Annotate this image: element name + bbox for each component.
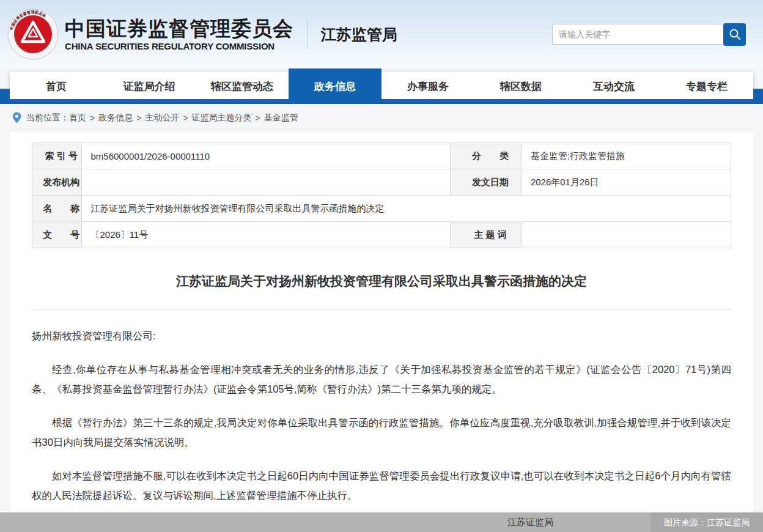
table-row: 名 称 江苏证监局关于对扬州新牧投资管理有限公司采取出具警示函措施的决定 (32, 196, 731, 222)
org-name-cn: 中国证券监督管理委员会 (65, 17, 293, 40)
nav-items: 首页 证监局介绍 辖区监管动态 政务信息 办事服务 辖区数据 互动交流 专题专栏 (10, 68, 753, 104)
article-paragraph: 根据《暂行办法》第三十三条的规定,我局决定对你单位采取出具警示函的行政监管措施。… (32, 413, 731, 452)
issue-date-value: 2026年01月26日 (522, 169, 731, 196)
content-card: 索 引 号 bm56000001/2026-00001110 分 类 基金监管;… (10, 131, 753, 532)
index-number-label: 索 引 号 (32, 143, 82, 169)
doc-number-value: 〔2026〕11号 (82, 222, 451, 248)
article-paragraph: 经查,你单位存在从事与私募基金管理相冲突或者无关的业务的情形,违反了《关于加强私… (32, 360, 731, 399)
subject-words-value (522, 222, 731, 248)
org-name-en: CHINA SECURITIES REGULATORY COMMISSION (65, 41, 293, 51)
document-name-value: 江苏证监局关于对扬州新牧投资管理有限公司采取出具警示函措施的决定 (82, 196, 731, 222)
index-number-value: bm56000001/2026-00001110 (82, 143, 451, 169)
doc-number-label: 文 号 (32, 222, 82, 248)
search-box (552, 23, 746, 46)
search-button[interactable] (723, 23, 746, 46)
document-meta-table: 索 引 号 bm56000001/2026-00001110 分 类 基金监管;… (32, 142, 731, 248)
breadcrumb-separator: > (90, 113, 95, 123)
nav-tab-interaction[interactable]: 互动交流 (567, 68, 660, 104)
image-source-watermark: 图片来源：江苏证监局 (651, 512, 763, 532)
article-paragraph: 如对本监督管理措施不服,可以在收到本决定书之日起60日内向中国证券监督管理委员会… (32, 466, 731, 505)
category-value: 基金监管;行政监管措施 (522, 143, 731, 169)
csrc-seal-icon: 中国证券监督管理委员会 CHINA SECURITIES REGULATORY … (7, 9, 59, 60)
search-icon (728, 28, 742, 41)
breadcrumb-prefix: 当前位置： (26, 113, 69, 124)
table-row: 索 引 号 bm56000001/2026-00001110 分 类 基金监管;… (32, 143, 731, 169)
publishing-org-value (82, 169, 451, 196)
breadcrumb-item-active-disclosure[interactable]: 主动公开 (145, 113, 179, 124)
nav-tab-home[interactable]: 首页 (10, 68, 103, 104)
nav-tab-regional-dynamics[interactable]: 辖区监管动态 (196, 68, 289, 104)
nav-tab-government-info[interactable]: 政务信息 (289, 68, 382, 104)
publishing-org-label: 发布机构 (32, 169, 82, 196)
bureau-name: 江苏监管局 (321, 24, 397, 45)
nav-tab-services[interactable]: 办事服务 (382, 68, 474, 104)
breadcrumb-item-government-info[interactable]: 政务信息 (98, 113, 133, 124)
nav-tab-special-topics[interactable]: 专题专栏 (660, 68, 753, 104)
breadcrumb-separator: > (183, 113, 188, 123)
csrc-seal-logo[interactable]: 中国证券监督管理委员会 CHINA SECURITIES REGULATORY … (7, 9, 59, 60)
title-divider (32, 309, 731, 309)
nav-tab-regional-data[interactable]: 辖区数据 (474, 68, 567, 104)
main-nav: 首页 证监局介绍 辖区监管动态 政务信息 办事服务 辖区数据 互动交流 专题专栏 (0, 68, 763, 104)
breadcrumb: 当前位置： 首页 > 政务信息 > 主动公开 > 证监局主题分类 > 基金监管 (0, 104, 763, 131)
table-row: 文 号 〔2026〕11号 主 题 词 (32, 222, 731, 248)
issue-date-label: 发文日期 (451, 169, 522, 196)
site-header: 中国证券监督管理委员会 CHINA SECURITIES REGULATORY … (0, 0, 763, 68)
breadcrumb-item-fund-supervision[interactable]: 基金监管 (264, 113, 298, 124)
breadcrumb-separator: > (136, 113, 141, 123)
footer-publisher: 江苏证监局 (507, 512, 553, 532)
org-title-block: 中国证券监督管理委员会 CHINA SECURITIES REGULATORY … (65, 17, 293, 52)
document-name-label: 名 称 (32, 196, 82, 222)
article-body: 扬州新牧投资管理有限公司: 经查,你单位存在从事与私募基金管理相冲突或者无关的业… (32, 326, 731, 505)
breadcrumb-separator: > (256, 113, 260, 123)
footer-band: 江苏证监局 图片来源：江苏证监局 (0, 512, 763, 532)
subject-words-label: 主 题 词 (451, 222, 522, 248)
header-divider (307, 20, 308, 49)
search-input[interactable] (552, 24, 724, 45)
breadcrumb-item-topic-category[interactable]: 证监局主题分类 (192, 113, 252, 124)
location-pin-icon (12, 112, 21, 124)
article-salutation: 扬州新牧投资管理有限公司: (32, 326, 731, 345)
table-row: 发布机构 发文日期 2026年01月26日 (32, 169, 731, 196)
breadcrumb-item-home[interactable]: 首页 (69, 113, 86, 124)
article-title: 江苏证监局关于对扬州新牧投资管理有限公司采取出具警示函措施的决定 (44, 273, 719, 290)
nav-tab-bureau-intro[interactable]: 证监局介绍 (103, 68, 196, 104)
category-label: 分 类 (451, 143, 522, 169)
